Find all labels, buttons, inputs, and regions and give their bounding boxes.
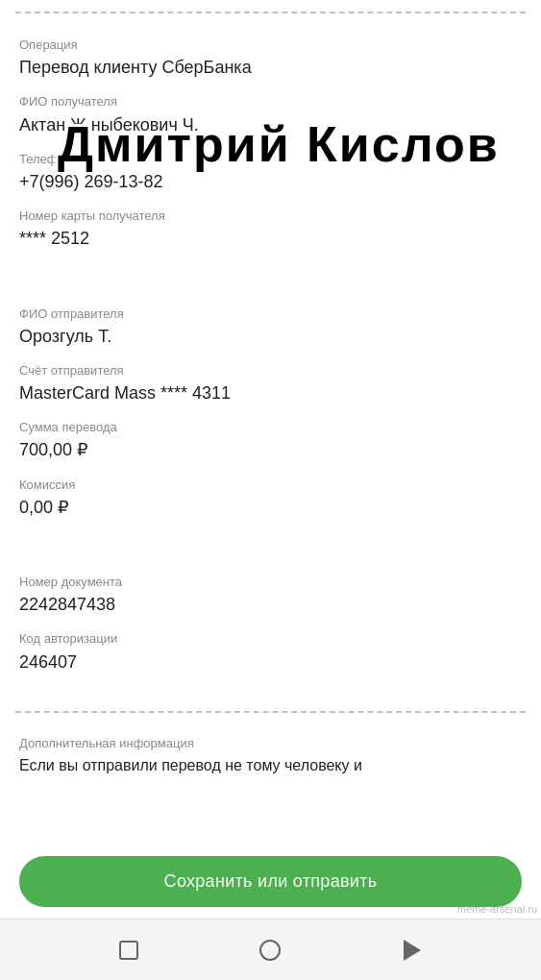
screen: Дмитрий Кислов Операция Перевод клиенту …: [0, 0, 541, 980]
bottom-divider: [15, 711, 526, 713]
commission-value: 0,00 ₽: [19, 496, 522, 520]
document-section: Номер документа 2242847438 Код авторизац…: [0, 562, 541, 699]
nav-back-square[interactable]: [111, 933, 146, 968]
sender-section: ФИО отправителя Орозгуль Т. Счёт отправи…: [0, 294, 541, 546]
circle-icon: [259, 940, 281, 961]
sender-name-label: ФИО отправителя: [19, 306, 522, 323]
additional-info-section: Дополнительная информация Если вы отправ…: [0, 724, 541, 781]
additional-info-label: Дополнительная информация: [19, 736, 522, 750]
card-number-label: Номер карты получателя: [19, 208, 522, 225]
recipient-name-label: ФИО получателя: [19, 93, 522, 110]
gap2: [0, 545, 541, 562]
additional-info-text: Если вы отправили перевод не тому челове…: [19, 754, 522, 777]
card-number-value: **** 2512: [19, 227, 522, 251]
android-nav-bar: [0, 919, 541, 980]
commission-label: Комиссия: [19, 477, 522, 494]
phone-value: +7(996) 269-13-82: [19, 170, 522, 194]
recipient-name-value: Актан Ж.ныбекович Ч.: [19, 113, 522, 137]
document-number-value: 2242847438: [19, 593, 522, 617]
nav-home-circle[interactable]: [253, 933, 287, 968]
save-or-send-button[interactable]: Сохранить или отправить: [19, 856, 522, 907]
sender-name-value: Орозгуль Т.: [19, 325, 522, 349]
triangle-icon: [404, 940, 421, 961]
phone-label: Телефон: [19, 151, 522, 168]
operation-value: Перевод клиенту СберБанка: [19, 56, 522, 80]
amount-label: Сумма перевода: [19, 419, 522, 436]
gap1: [0, 277, 541, 294]
content-area: Операция Перевод клиенту СберБанка ФИО п…: [0, 0, 541, 843]
auth-code-label: Код авторизации: [19, 630, 522, 648]
sender-account-value: MasterCard Mass **** 4311: [19, 381, 522, 405]
auth-code-value: 246407: [19, 650, 522, 674]
document-number-label: Номер документа: [19, 574, 522, 591]
nav-back-triangle[interactable]: [395, 933, 430, 968]
square-icon: [119, 941, 138, 960]
meme-arsenal-watermark: meme-arsenal.ru: [457, 903, 537, 915]
operation-label: Операция: [19, 37, 522, 54]
sender-account-label: Счёт отправителя: [19, 362, 522, 380]
top-divider: [15, 12, 526, 13]
amount-value: 700,00 ₽: [19, 438, 522, 462]
operation-section: Операция Перевод клиенту СберБанка ФИО п…: [0, 25, 541, 277]
